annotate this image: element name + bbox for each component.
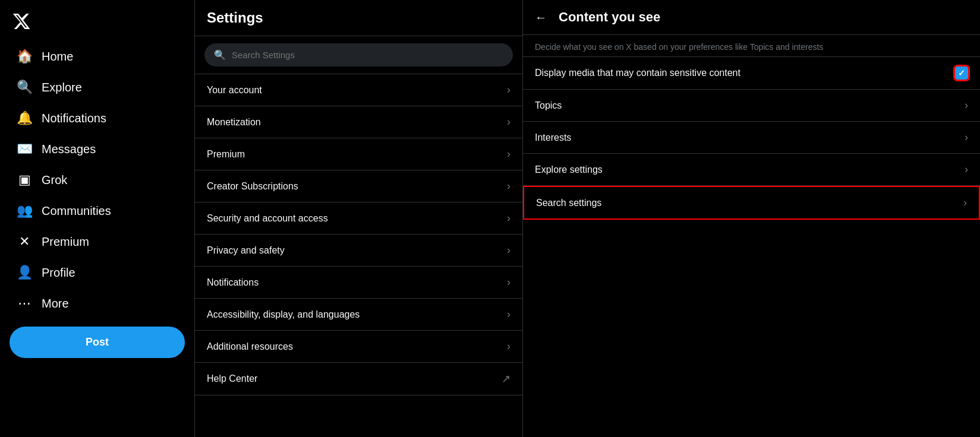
- chevron-right-icon: ›: [507, 180, 511, 192]
- settings-item-privacy[interactable]: Privacy and safety ›: [195, 235, 522, 267]
- content-row-label-topics: Topics: [535, 100, 562, 111]
- settings-item-label-help: Help Center: [207, 373, 257, 384]
- content-row-label-interests: Interests: [535, 132, 571, 143]
- sidebar-item-home[interactable]: 🏠 Home: [5, 42, 190, 71]
- chevron-right-icon: ›: [963, 197, 967, 209]
- chevron-right-icon: ›: [507, 84, 511, 96]
- content-row-search-settings[interactable]: Search settings ›: [523, 186, 980, 220]
- communities-icon: 👥: [17, 203, 32, 218]
- settings-item-label-premium: Premium: [207, 149, 245, 160]
- content-header: ← Content you see: [523, 0, 980, 35]
- chevron-right-icon: ›: [965, 99, 968, 112]
- settings-item-help[interactable]: Help Center ↗: [195, 363, 522, 395]
- chevron-right-icon: ›: [507, 308, 511, 321]
- sidebar-item-more[interactable]: ⋯ More: [5, 289, 190, 318]
- search-bar-wrapper: 🔍: [195, 36, 522, 74]
- sidebar-item-label-grok: Grok: [42, 173, 67, 187]
- sidebar-item-profile[interactable]: 👤 Profile: [5, 258, 190, 287]
- sidebar-item-messages[interactable]: ✉️ Messages: [5, 134, 190, 164]
- settings-item-label-monetization: Monetization: [207, 117, 261, 128]
- more-icon: ⋯: [17, 296, 32, 311]
- chevron-right-icon: ›: [507, 276, 511, 289]
- settings-item-notifications[interactable]: Notifications ›: [195, 267, 522, 299]
- settings-title: Settings: [195, 0, 522, 36]
- content-description: Decide what you see on X based on your p…: [523, 35, 980, 57]
- chevron-right-icon: ›: [507, 244, 511, 256]
- chevron-right-icon: ›: [965, 131, 968, 144]
- premium-icon: ✕: [17, 234, 32, 249]
- chevron-right-icon: ›: [965, 163, 968, 176]
- sidebar-item-label-messages: Messages: [42, 142, 96, 156]
- sidebar-item-communities[interactable]: 👥 Communities: [5, 196, 190, 226]
- sidebar-item-label-notifications: Notifications: [42, 112, 106, 125]
- sidebar-item-premium[interactable]: ✕ Premium: [5, 227, 190, 256]
- chevron-right-icon: ›: [507, 148, 511, 160]
- sidebar: 🏠 Home 🔍 Explore 🔔 Notifications ✉️ Mess…: [0, 0, 195, 437]
- sidebar-item-grok[interactable]: ▣ Grok: [5, 165, 190, 195]
- settings-item-label-security: Security and account access: [207, 213, 328, 224]
- sidebar-item-notifications[interactable]: 🔔 Notifications: [5, 103, 190, 133]
- sidebar-nav: 🏠 Home 🔍 Explore 🔔 Notifications ✉️ Mess…: [0, 40, 194, 319]
- search-bar: 🔍: [204, 43, 513, 66]
- messages-icon: ✉️: [17, 141, 32, 157]
- settings-item-additional[interactable]: Additional resources ›: [195, 331, 522, 363]
- sidebar-item-label-more: More: [42, 297, 69, 311]
- content-row-interests[interactable]: Interests ›: [523, 122, 980, 154]
- post-button[interactable]: Post: [10, 327, 185, 358]
- settings-item-label-creator-subscriptions: Creator Subscriptions: [207, 181, 298, 192]
- settings-item-monetization[interactable]: Monetization ›: [195, 106, 522, 138]
- content-row-label-sensitive-media: Display media that may contain sensitive…: [535, 68, 955, 78]
- sidebar-item-label-profile: Profile: [42, 266, 75, 280]
- content-panel: ← Content you see Decide what you see on…: [523, 0, 980, 437]
- content-row-sensitive-media: Display media that may contain sensitive…: [523, 57, 980, 90]
- settings-item-label-notifications: Notifications: [207, 277, 259, 288]
- content-row-explore-settings[interactable]: Explore settings ›: [523, 154, 980, 186]
- settings-item-label-accessibility: Accessibility, display, and languages: [207, 309, 360, 320]
- settings-item-premium[interactable]: Premium ›: [195, 138, 522, 170]
- explore-icon: 🔍: [17, 80, 32, 95]
- profile-icon: 👤: [17, 265, 32, 280]
- sidebar-item-label-explore: Explore: [42, 81, 82, 94]
- notifications-icon: 🔔: [17, 110, 32, 126]
- back-button[interactable]: ←: [535, 11, 547, 24]
- external-link-icon: ↗: [502, 372, 511, 385]
- grok-icon: ▣: [17, 172, 32, 188]
- content-rows: Display media that may contain sensitive…: [523, 57, 980, 220]
- sidebar-item-label-communities: Communities: [42, 204, 111, 218]
- sensitive-content-checkbox[interactable]: [955, 66, 968, 80]
- settings-item-label-additional: Additional resources: [207, 341, 293, 352]
- x-logo-icon: [12, 12, 31, 31]
- chevron-right-icon: ›: [507, 116, 511, 128]
- settings-item-label-privacy: Privacy and safety: [207, 245, 285, 256]
- content-row-label-search-settings: Search settings: [536, 198, 601, 208]
- x-logo[interactable]: [0, 5, 194, 38]
- chevron-right-icon: ›: [507, 340, 511, 353]
- sidebar-item-explore[interactable]: 🔍 Explore: [5, 72, 190, 102]
- sidebar-item-label-premium: Premium: [42, 235, 89, 249]
- home-icon: 🏠: [17, 49, 32, 64]
- settings-menu: Your account › Monetization › Premium › …: [195, 74, 522, 395]
- search-icon: 🔍: [214, 49, 226, 61]
- content-row-topics[interactable]: Topics ›: [523, 90, 980, 122]
- settings-panel: Settings 🔍 Your account › Monetization ›…: [195, 0, 523, 437]
- settings-item-accessibility[interactable]: Accessibility, display, and languages ›: [195, 299, 522, 331]
- chevron-right-icon: ›: [507, 212, 511, 224]
- settings-item-your-account[interactable]: Your account ›: [195, 74, 522, 106]
- sidebar-item-label-home: Home: [42, 50, 73, 64]
- settings-item-creator-subscriptions[interactable]: Creator Subscriptions ›: [195, 170, 522, 202]
- settings-item-label-your-account: Your account: [207, 85, 262, 96]
- content-row-label-explore-settings: Explore settings: [535, 164, 603, 175]
- content-title: Content you see: [559, 10, 660, 25]
- search-settings-input[interactable]: [232, 50, 503, 60]
- settings-item-security[interactable]: Security and account access ›: [195, 202, 522, 235]
